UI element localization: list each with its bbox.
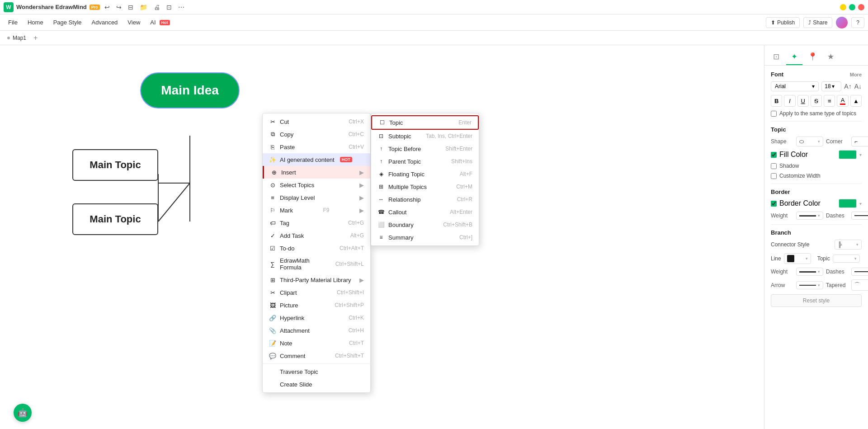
chat-bot-button[interactable]: 🤖 <box>14 404 32 422</box>
shadow-checkbox[interactable] <box>771 163 777 169</box>
help-button[interactable]: ? <box>851 17 864 28</box>
main-topic-1[interactable]: Main Topic <box>72 149 158 181</box>
menu-home[interactable]: Home <box>23 17 48 28</box>
align-button[interactable]: ≡ <box>824 95 835 107</box>
sub-callout[interactable]: ☎ Callout Alt+Enter <box>371 206 479 218</box>
main-idea-label: Main Idea <box>161 83 219 98</box>
ctx-create-slide[interactable]: Create Slide <box>263 378 370 391</box>
ctx-formula[interactable]: ∑ EdrawMath Formula Ctrl+Shift+L <box>263 255 370 273</box>
corner-select[interactable]: ⌐▾ <box>851 137 868 146</box>
line-color-select[interactable]: ▾ <box>784 253 811 264</box>
ctx-copy[interactable]: ⧉ Copy Ctrl+C <box>263 128 370 141</box>
main-idea-node[interactable]: Main Idea <box>140 72 240 108</box>
font-grow-icon[interactable]: A↑ <box>844 83 851 90</box>
panel-tab-outline[interactable]: ★ <box>822 49 839 65</box>
add-tab-button[interactable]: + <box>32 34 39 42</box>
sub-subtopic[interactable]: ⊡ Subtopic Tab, Ins, Ctrl+Enter <box>371 130 479 142</box>
ctx-picture[interactable]: 🖼 Picture Ctrl+Shift+P <box>263 299 370 311</box>
maximize-button[interactable] <box>849 4 855 10</box>
sub-summary[interactable]: ≡ Summary Ctrl+] <box>371 231 479 244</box>
bold-button[interactable]: B <box>771 95 782 107</box>
border-color-checkbox[interactable] <box>771 201 777 207</box>
redo-icon[interactable]: ↪ <box>114 3 123 12</box>
undo-icon[interactable]: ↩ <box>103 3 112 12</box>
ctx-select-topics[interactable]: ⊙ Select Topics ▶ <box>263 179 370 191</box>
menu-page-style[interactable]: Page Style <box>49 17 86 28</box>
ctx-third-party[interactable]: ⊞ Third-Party Material Library ▶ <box>263 273 370 286</box>
ctx-traverse[interactable]: Traverse Topic <box>263 365 370 378</box>
panel-tab-format[interactable]: ⊡ <box>768 49 784 65</box>
export-icon[interactable]: ⊡ <box>165 3 174 12</box>
ctx-tag[interactable]: 🏷 Tag Ctrl+G <box>263 217 370 229</box>
save-icon[interactable]: ⊟ <box>126 3 135 12</box>
connector-style-select[interactable]: ╠▾ <box>835 240 862 250</box>
font-color-button[interactable]: A <box>837 95 848 107</box>
weight-select[interactable]: ▾ <box>796 212 823 220</box>
share-button[interactable]: ⤴Share <box>803 17 832 28</box>
branch-dashes-select[interactable]: ▾ <box>851 268 868 276</box>
underline-button[interactable]: U <box>797 95 809 107</box>
shape-select[interactable]: ⬭▾ <box>796 137 823 146</box>
menu-ai[interactable]: AI Hot <box>146 17 174 28</box>
sub-topic-before[interactable]: ↑ Topic Before Shift+Enter <box>371 142 479 155</box>
border-color-arrow[interactable]: ▾ <box>859 201 862 206</box>
menu-view[interactable]: View <box>123 17 145 28</box>
arrow-select[interactable]: ▾ <box>796 281 823 289</box>
panel-tab-style[interactable]: ✦ <box>786 49 802 65</box>
font-more-link[interactable]: More <box>850 72 862 77</box>
ctx-hyperlink[interactable]: 🔗 Hyperlink Ctrl+K <box>263 311 370 324</box>
ctx-note[interactable]: 📝 Note Ctrl+T <box>263 337 370 349</box>
font-shrink-icon[interactable]: A↓ <box>854 83 862 90</box>
open-icon[interactable]: 📁 <box>138 3 149 12</box>
branch-weight-select[interactable]: ▾ <box>796 268 823 276</box>
sub-floating-topic[interactable]: ◈ Floating Topic Alt+F <box>371 168 479 180</box>
ctx-clipart[interactable]: ✂ Clipart Ctrl+Shift+I <box>263 286 370 299</box>
font-name-select[interactable]: Arial ▾ <box>771 81 819 91</box>
print-icon[interactable]: 🖨 <box>152 3 162 12</box>
ctx-insert[interactable]: ⊕ Insert ▶ <box>263 166 370 179</box>
user-avatar[interactable] <box>836 17 848 28</box>
tapered-select[interactable]: ⌒▾ <box>851 279 868 291</box>
dashes-select[interactable]: ▾ <box>851 212 868 220</box>
reset-style-button[interactable]: Reset style <box>771 294 862 307</box>
fill-color-arrow[interactable]: ▾ <box>859 152 862 157</box>
ctx-display-level[interactable]: ≡ Display Level ▶ <box>263 191 370 204</box>
highlight-button[interactable]: ▲ <box>850 95 862 107</box>
canvas[interactable]: Main Idea Main Topic Main Topic ✂ Cut Ct… <box>0 45 764 429</box>
ctx-ai[interactable]: ✨ AI generated content HOT <box>263 153 370 166</box>
ctx-cut[interactable]: ✂ Cut Ctrl+X <box>263 115 370 128</box>
sub-relationship[interactable]: ↔ Relationship Ctrl+R <box>371 193 479 206</box>
minimize-button[interactable] <box>840 4 846 10</box>
font-row: Arial ▾ 18 ▾ A↑ A↓ <box>771 81 862 91</box>
close-button[interactable] <box>858 4 864 10</box>
main-topic-2[interactable]: Main Topic <box>72 203 158 235</box>
ctx-add-task[interactable]: ✓ Add Task Alt+G <box>263 229 370 242</box>
more-icon[interactable]: ⋯ <box>176 3 186 12</box>
fill-color-checkbox[interactable] <box>771 152 777 158</box>
sub-topic[interactable]: ☐ Topic Enter <box>371 115 479 130</box>
fill-color-swatch[interactable] <box>839 150 857 159</box>
italic-button[interactable]: I <box>784 95 795 107</box>
menu-advanced[interactable]: Advanced <box>87 17 123 28</box>
ctx-comment[interactable]: 💬 Comment Ctrl+Shift+T <box>263 349 370 362</box>
arrow-label: Arrow <box>771 282 793 288</box>
map1-tab[interactable]: Map1 <box>4 33 30 43</box>
ctx-todo[interactable]: ☑ To-do Ctrl+Alt+T <box>263 242 370 255</box>
publish-button[interactable]: ⬆Publish <box>766 17 800 28</box>
topic-branch-select[interactable]: ▾ <box>833 255 860 263</box>
ctx-paste[interactable]: ⎘ Paste Ctrl+V <box>263 141 370 153</box>
font-size-select[interactable]: 18 ▾ <box>821 81 841 91</box>
ai-gen-icon: ✨ <box>269 156 276 163</box>
apply-checkbox-row: Apply to the same type of topics <box>771 110 862 117</box>
sub-boundary[interactable]: ⬜ Boundary Ctrl+Shift+B <box>371 218 479 231</box>
strikethrough-button[interactable]: S <box>811 95 822 107</box>
menu-file[interactable]: File <box>4 17 22 28</box>
ctx-attachment[interactable]: 📎 Attachment Ctrl+H <box>263 324 370 337</box>
sub-multiple-topics[interactable]: ⊞ Multiple Topics Ctrl+M <box>371 180 479 193</box>
sub-parent-topic[interactable]: ↑ Parent Topic Shift+Ins <box>371 155 479 168</box>
border-color-swatch[interactable] <box>839 199 857 208</box>
apply-checkbox[interactable] <box>771 111 777 117</box>
panel-tab-map[interactable]: 📍 <box>804 49 821 65</box>
ctx-mark[interactable]: ⚐ Mark F9 ▶ <box>263 204 370 217</box>
customize-width-checkbox[interactable] <box>771 173 777 179</box>
